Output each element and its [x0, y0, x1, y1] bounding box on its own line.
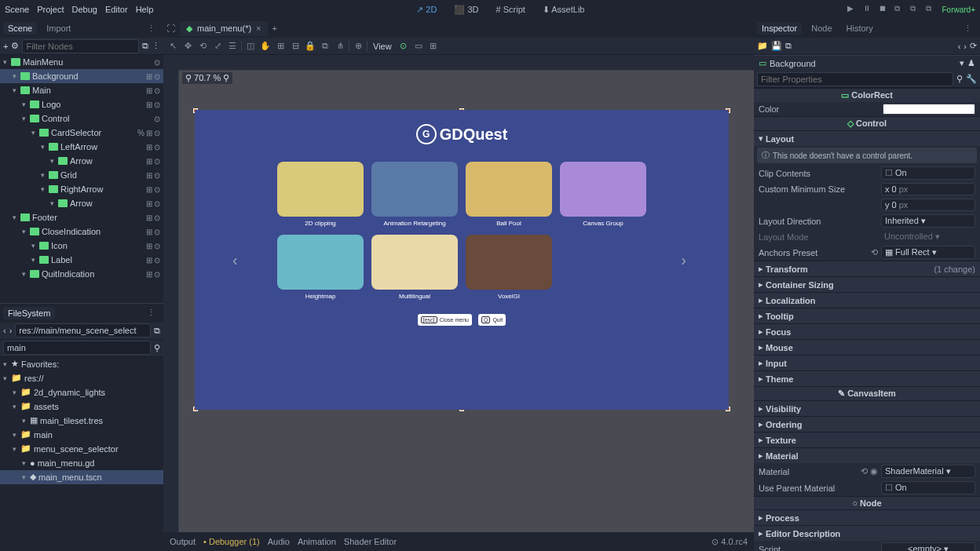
insp-save-icon[interactable]: 💾	[771, 41, 782, 51]
demo-card[interactable]: Animation Retargeting	[371, 162, 458, 227]
tab-import[interactable]: Import	[42, 22, 75, 35]
zoom-indicator[interactable]: ⚲ 70.7 % ⚲	[182, 72, 232, 84]
tree-node[interactable]: ▾Arrow⊞⊙	[0, 196, 163, 210]
section-process[interactable]: ▸ Process	[754, 509, 980, 525]
play-icon[interactable]: ▶	[847, 4, 858, 15]
demo-card[interactable]: VoxelGI	[466, 235, 552, 300]
fs-search-icon[interactable]: ⚲	[154, 343, 160, 353]
demo-card[interactable]: 2D clipping	[277, 162, 364, 227]
filter-tool-icon[interactable]: 🔧	[966, 74, 977, 84]
fs-fwd-icon[interactable]: ›	[9, 326, 13, 335]
tree-node[interactable]: ▾Footer⊞⊙	[0, 210, 163, 224]
menu-debug[interactable]: Debug	[71, 5, 97, 14]
link-icon[interactable]: ⚙	[11, 41, 19, 51]
group-icon[interactable]: ⧉	[319, 40, 331, 53]
menu-editor[interactable]: Editor	[105, 5, 128, 14]
tree-node[interactable]: ▾Main⊞⊙	[0, 83, 163, 97]
section-visibility[interactable]: ▸ Visibility	[754, 400, 980, 416]
fs-item[interactable]: ▾▦main_tileset.tres	[0, 414, 163, 428]
workspace-2d[interactable]: ↗ 2D	[411, 3, 441, 16]
stop-icon[interactable]: ⏹	[879, 4, 890, 15]
pause-icon[interactable]: ⏸	[863, 4, 874, 15]
filter-properties-input[interactable]	[757, 72, 953, 86]
prop-minsize-y[interactable]: y 0 px	[881, 199, 975, 211]
fs-item[interactable]: ▾●main_menu.gd	[0, 456, 163, 470]
filter-opt-icon[interactable]: ⚲	[956, 74, 963, 84]
insp-open-icon[interactable]: 📁	[757, 41, 768, 51]
demo-card[interactable]: Ball Pool	[466, 162, 552, 227]
insp-hist-icon[interactable]: ⟳	[970, 41, 977, 51]
cam-icon[interactable]: ▭	[412, 40, 425, 53]
prop-anchors-value[interactable]: ▦ Full Rect ▾	[881, 246, 975, 259]
tab-node[interactable]: Node	[806, 22, 836, 35]
bone-icon[interactable]: ⋔	[334, 40, 346, 53]
tree-node[interactable]: ▾RightArrow⊞⊙	[0, 182, 163, 196]
bottom-tab[interactable]: • Debugger (1)	[203, 537, 260, 546]
insp-back-icon[interactable]: ‹	[958, 42, 961, 51]
section-focus[interactable]: ▸ Focus	[754, 323, 980, 339]
tab-history[interactable]: History	[842, 22, 878, 35]
fs-path-input[interactable]	[15, 323, 151, 338]
section-ordering[interactable]: ▸ Ordering	[754, 416, 980, 432]
tab-filesystem[interactable]: FileSystem	[3, 307, 55, 319]
section-input[interactable]: ▸ Input	[754, 355, 980, 370]
section-material[interactable]: ▸ Material	[754, 447, 980, 463]
filter-nodes-input[interactable]	[22, 39, 139, 53]
tab-scene[interactable]: Scene	[3, 22, 37, 35]
class-header-canvasitem[interactable]: ✎ CanvasItem	[754, 386, 980, 400]
prop-script-value[interactable]: <empty> ▾	[881, 542, 975, 551]
scale-tool-icon[interactable]: ⤢	[211, 40, 224, 53]
new-tab-icon[interactable]: +	[272, 24, 277, 33]
tree-node[interactable]: ▾QuitIndication⊞⊙	[0, 267, 163, 281]
tree-opt-icon[interactable]: ⧉	[142, 41, 148, 51]
tree-node[interactable]: ▾Label⊞⊙	[0, 253, 163, 267]
workspace-3d[interactable]: ⬛ 3D	[449, 3, 483, 16]
add-node-icon[interactable]: +	[3, 42, 8, 51]
fs-item[interactable]: ▾📁2d_dynamic_lights	[0, 385, 163, 400]
expand-icon[interactable]: ⛶	[166, 24, 175, 33]
demo-card[interactable]: Heightmap	[277, 235, 364, 300]
grid-icon[interactable]: ⊞	[427, 40, 440, 53]
list-tool-icon[interactable]: ☰	[226, 40, 239, 53]
insp-dock-icon[interactable]: ⋮	[959, 22, 977, 35]
tree-node[interactable]: ▾MainMenu⊙	[0, 55, 163, 69]
bottom-tab[interactable]: Output	[170, 537, 196, 546]
movie-icon[interactable]: ⧉	[926, 4, 937, 15]
workspace-script[interactable]: # Script	[492, 3, 530, 16]
section-mouse[interactable]: ▸ Mouse	[754, 339, 980, 355]
snap2-icon[interactable]: ⊟	[289, 40, 302, 53]
tree-node[interactable]: ▾Control⊙	[0, 111, 163, 126]
play-scene-icon[interactable]: ⧉	[894, 4, 905, 15]
snap-icon[interactable]: ⊞	[274, 40, 287, 53]
section-tooltip[interactable]: ▸ Tooltip	[754, 308, 980, 323]
menu-help[interactable]: Help	[136, 5, 154, 14]
color-picker-button[interactable]	[883, 104, 975, 115]
demo-card[interactable]: Canvas Group	[560, 162, 646, 227]
pan-tool-icon[interactable]: ✋	[259, 40, 272, 53]
insp-copy-icon[interactable]: ⧉	[785, 41, 792, 51]
bottom-tab[interactable]: Animation	[298, 537, 336, 546]
workspace-assetlib[interactable]: ⬇ AssetLib	[538, 3, 590, 16]
prop-dir-value[interactable]: Inherited ▾	[881, 214, 975, 228]
menu-project[interactable]: Project	[37, 5, 64, 14]
fs-item[interactable]: ▾◆main_menu.tscn	[0, 470, 163, 484]
insp-fwd-icon[interactable]: ›	[964, 42, 967, 51]
tree-node[interactable]: ▾CloseIndication⊞⊙	[0, 224, 163, 239]
anchor-icon[interactable]: ⊕	[352, 40, 364, 53]
dock-options-icon[interactable]: ⋮	[142, 22, 160, 35]
fs-item[interactable]: ▾📁menu_scene_selector	[0, 442, 163, 456]
ruler-tool-icon[interactable]: ◫	[244, 40, 257, 53]
class-header-node[interactable]: ○ Node	[754, 496, 980, 509]
bottom-tab[interactable]: Audio	[268, 537, 290, 546]
preview-icon[interactable]: ⊙	[397, 40, 410, 53]
left-arrow-button[interactable]: ‹	[232, 251, 238, 269]
demo-card[interactable]: Multilingual	[371, 235, 458, 300]
section-transform[interactable]: ▸ Transform(1 change)	[754, 261, 980, 276]
prop-clip-value[interactable]: ☐ On	[881, 166, 975, 180]
tree-node[interactable]: ▾Grid⊞⊙	[0, 168, 163, 182]
fs-search-input[interactable]	[3, 341, 151, 355]
fs-split-icon[interactable]: ⧉	[154, 326, 160, 336]
section-texture[interactable]: ▸ Texture	[754, 432, 980, 447]
fs-item[interactable]: ▾★Favorites:	[0, 357, 163, 371]
bottom-tab[interactable]: Shader Editor	[344, 537, 397, 546]
